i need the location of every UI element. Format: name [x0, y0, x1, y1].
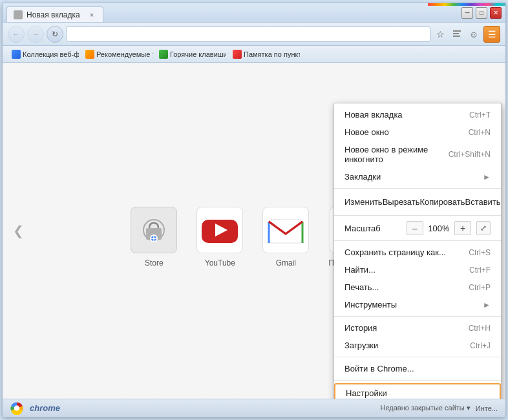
app-store[interactable]: Store	[131, 207, 177, 268]
menu-section-1: Новая вкладка Ctrl+T Новое окно Ctrl+N Н…	[334, 103, 501, 189]
menu-bookmarks-arrow: ►	[483, 173, 491, 182]
zoom-label: Масштаб	[344, 224, 407, 233]
svg-rect-1	[453, 33, 459, 34]
bookmark-item-2[interactable]: Рекомендуемые уз...	[81, 48, 153, 60]
tab-label: Новая вкладка	[26, 10, 80, 19]
title-bar: Новая вкладка × ─ □ ✕	[3, 3, 505, 23]
edit-row: Изменить Вырезать Копировать Вставить	[334, 191, 501, 213]
bookmark-favicon-4	[233, 50, 242, 59]
menu-tools[interactable]: Инструменты ►	[334, 296, 501, 313]
active-tab[interactable]: Новая вкладка ×	[6, 6, 103, 22]
status-bar: chrome Недавно закрытые сайты ▾ Инте...	[3, 399, 505, 417]
chrome-menu-button[interactable]: ☰	[483, 26, 500, 43]
bookmark-item-3[interactable]: Горячие клавиши ...	[155, 48, 226, 60]
menu-incognito[interactable]: Новое окно в режиме инкогнито Ctrl+Shift…	[334, 141, 501, 168]
bookmark-favicon-1	[12, 50, 21, 59]
bookmark-manager-icon[interactable]	[450, 27, 464, 41]
bookmark-label-2: Рекомендуемые уз...	[96, 50, 153, 58]
chrome-brand-label: chrome	[30, 403, 60, 413]
star-icon[interactable]: ☆	[433, 27, 447, 41]
menu-incognito-label: Новое окно в режиме инкогнито	[344, 145, 436, 164]
forward-button[interactable]: →	[27, 26, 44, 43]
menu-bookmarks[interactable]: Закладки ►	[334, 168, 501, 185]
more-label: Инте...	[476, 404, 498, 412]
tab-close-button[interactable]: ×	[87, 10, 96, 19]
colorbar	[428, 3, 505, 6]
menu-settings[interactable]: Настройки	[334, 383, 501, 399]
menu-downloads-label: Загрузки	[344, 341, 457, 350]
bookmarks-bar: Коллекция веб-фр... Рекомендуемые уз... …	[3, 46, 505, 63]
menu-find-shortcut: Ctrl+F	[469, 266, 491, 275]
menu-new-tab[interactable]: Новая вкладка Ctrl+T	[334, 106, 501, 123]
back-button[interactable]: ←	[8, 26, 25, 43]
main-content: ❮	[3, 63, 505, 399]
maximize-button[interactable]: □	[476, 7, 487, 19]
minimize-button[interactable]: ─	[461, 7, 473, 19]
user-icon[interactable]: ☺	[467, 27, 481, 41]
bookmark-item-1[interactable]: Коллекция веб-фр...	[8, 48, 79, 60]
menu-find-label: Найти...	[344, 265, 456, 275]
menu-find[interactable]: Найти... Ctrl+F	[334, 261, 501, 278]
bookmark-item-4[interactable]: Памятка по пункту...	[229, 48, 300, 60]
gmail-icon	[262, 207, 309, 253]
menu-edit-change[interactable]: Изменить	[344, 194, 383, 210]
close-button[interactable]: ✕	[490, 7, 502, 19]
zoom-value: 100%	[426, 224, 452, 233]
menu-signin[interactable]: Войти в Chrome...	[334, 360, 501, 377]
menu-settings-label: Настройки	[346, 388, 489, 398]
menu-edit-paste[interactable]: Вставить	[465, 194, 500, 210]
zoom-fullscreen-button[interactable]: ⤢	[476, 221, 491, 235]
menu-bookmarks-label: Закладки	[344, 172, 483, 182]
reload-button[interactable]: ↻	[47, 26, 63, 43]
menu-print-label: Печать...	[344, 282, 456, 292]
menu-edit-copy[interactable]: Копировать	[419, 194, 465, 210]
menu-new-window-label: Новое окно	[344, 127, 456, 137]
svg-rect-0	[453, 30, 461, 32]
menu-history-shortcut: Ctrl+H	[469, 324, 491, 333]
menu-new-tab-label: Новая вкладка	[344, 110, 456, 120]
app-gmail[interactable]: Gmail	[262, 207, 309, 268]
svg-rect-12	[269, 220, 302, 243]
menu-history[interactable]: История Ctrl+H	[334, 319, 501, 337]
menu-section-6: Войти в Chrome...	[334, 357, 501, 381]
bookmark-label-4: Памятка по пункту...	[244, 50, 300, 58]
menu-new-window[interactable]: Новое окно Ctrl+N	[334, 123, 501, 141]
address-bar[interactable]	[66, 26, 430, 42]
left-arrow-button[interactable]: ❮	[10, 223, 26, 238]
menu-tools-label: Инструменты	[344, 300, 483, 310]
zoom-plus-button[interactable]: +	[454, 221, 471, 235]
bookmark-label-1: Коллекция веб-фр...	[23, 50, 79, 58]
menu-section-7: Настройки О браузере Google Chrome Просм…	[334, 381, 501, 399]
menu-edit-cut[interactable]: Вырезать	[383, 194, 420, 210]
menu-save-page[interactable]: Сохранить страницу как... Ctrl+S	[334, 244, 501, 261]
svg-rect-2	[453, 36, 460, 37]
zoom-minus-button[interactable]: –	[407, 221, 423, 235]
menu-section-4: Сохранить страницу как... Ctrl+S Найти..…	[334, 241, 501, 317]
window-controls: ─ □ ✕	[461, 7, 502, 19]
tab-area: Новая вкладка ×	[6, 3, 456, 22]
menu-history-label: История	[344, 323, 456, 333]
menu-section-edit: Изменить Вырезать Копировать Вставить	[334, 189, 501, 216]
menu-section-zoom: Масштаб – 100% + ⤢	[334, 216, 501, 241]
chrome-logo-icon	[10, 402, 23, 415]
status-right: Недавно закрытые сайты ▾ Инте...	[380, 404, 498, 412]
chrome-dropdown-menu: Новая вкладка Ctrl+T Новое окно Ctrl+N Н…	[333, 103, 502, 399]
menu-save-page-label: Сохранить страницу как...	[344, 247, 456, 257]
menu-print[interactable]: Печать... Ctrl+P	[334, 278, 501, 296]
bookmark-favicon-2	[85, 50, 94, 59]
menu-downloads[interactable]: Загрузки Ctrl+J	[334, 337, 501, 354]
menu-section-5: История Ctrl+H Загрузки Ctrl+J	[334, 317, 501, 357]
menu-new-tab-shortcut: Ctrl+T	[469, 110, 491, 120]
nav-right-icons: ☆ ☺ ☰	[433, 26, 500, 43]
zoom-controls: – 100% + ⤢	[407, 221, 491, 235]
youtube-icon	[196, 207, 243, 253]
svg-point-20	[15, 406, 19, 410]
menu-save-shortcut: Ctrl+S	[469, 248, 491, 257]
app-label-store: Store	[145, 258, 164, 268]
app-label-gmail: Gmail	[276, 258, 296, 268]
bookmark-label-3: Горячие клавиши ...	[170, 50, 226, 58]
nav-bar: ← → ↻ ☆ ☺ ☰	[3, 23, 505, 46]
recent-sites-label[interactable]: Недавно закрытые сайты ▾	[380, 404, 470, 412]
url-input[interactable]	[72, 30, 425, 39]
app-youtube[interactable]: YouTube	[196, 207, 243, 268]
